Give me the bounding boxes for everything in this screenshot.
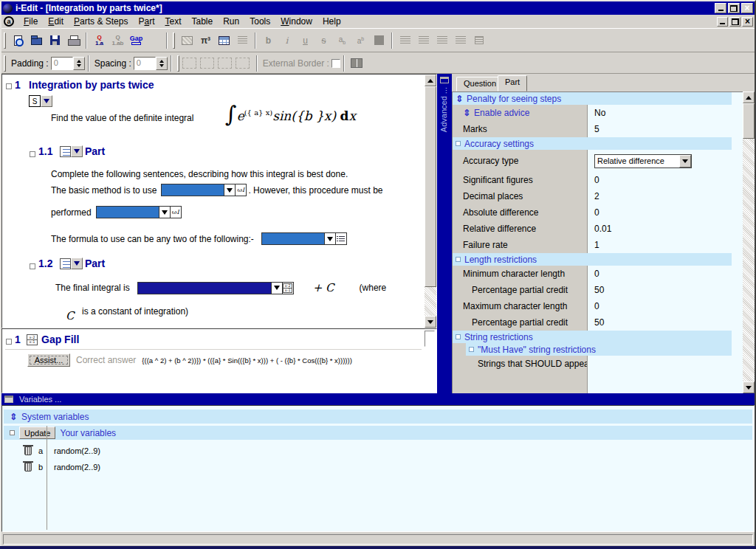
spacing-input[interactable]: 0 xyxy=(134,57,156,70)
mdi-close-button[interactable]: × xyxy=(742,17,753,27)
toolbar-grip[interactable] xyxy=(4,32,6,49)
prop-value-cell[interactable]: 0 xyxy=(588,266,732,282)
menu-item-edit[interactable]: Edit xyxy=(43,15,69,28)
spacing-stepper[interactable] xyxy=(156,57,168,70)
question-type-button[interactable]: S xyxy=(29,95,41,107)
expression-icon[interactable]: x-2x-1 xyxy=(282,283,293,294)
scrollbar-track[interactable] xyxy=(425,287,436,316)
scroll-down-button[interactable] xyxy=(425,316,436,328)
variable-row[interactable]: brandom(2..9) xyxy=(2,459,754,475)
document-icon[interactable]: a xyxy=(4,16,14,27)
prop-section-header[interactable]: Length restrictions xyxy=(453,253,732,266)
insert-equation-button[interactable]: π³ xyxy=(196,31,215,49)
trash-icon[interactable] xyxy=(24,446,32,455)
prop-value-cell[interactable]: 2 xyxy=(588,188,732,204)
variable-row[interactable]: arandom(2..9) xyxy=(2,443,754,459)
prop-value-cell[interactable]: 0 xyxy=(588,172,732,188)
mdi-restore-button[interactable] xyxy=(729,17,740,27)
menu-item-run[interactable]: Run xyxy=(218,15,244,28)
padding-input[interactable]: 0 xyxy=(51,57,73,70)
gap-button[interactable]: Gap xyxy=(127,31,145,49)
menu-item-parts-steps[interactable]: Parts & Steps xyxy=(69,15,133,28)
prop-row[interactable]: ⇕Enable adviceNo xyxy=(453,105,732,121)
menu-item-help[interactable]: Help xyxy=(317,15,346,28)
border-preset-button-3[interactable] xyxy=(218,58,232,69)
chevron-down-icon[interactable] xyxy=(679,155,691,168)
editor-scrollbar[interactable] xyxy=(425,75,436,328)
padding-stepper[interactable] xyxy=(73,57,85,70)
text-color-button[interactable] xyxy=(370,31,388,49)
variable-definition[interactable]: random(2..9) xyxy=(54,446,100,455)
list-options-icon[interactable] xyxy=(335,233,346,244)
prop-row[interactable]: Absolute difference0 xyxy=(453,204,732,221)
italic-button[interactable]: i xyxy=(278,31,296,49)
prop-row[interactable]: Minimum character length0 xyxy=(453,266,732,282)
collapse-box[interactable] xyxy=(6,83,12,89)
part-type-icon[interactable] xyxy=(60,258,71,269)
scrollbar-thumb[interactable] xyxy=(743,103,755,139)
toolbar-grip[interactable] xyxy=(177,55,179,72)
toolbar-grip[interactable] xyxy=(173,32,175,49)
print-button[interactable] xyxy=(64,31,83,49)
superscript-button[interactable]: ab xyxy=(351,31,370,49)
your-variables-header[interactable]: Update Your variables xyxy=(4,426,752,440)
gap-dropdown-formula[interactable] xyxy=(261,232,347,245)
bold-button[interactable]: b xyxy=(259,31,278,49)
tab-question[interactable]: Question xyxy=(456,77,504,92)
insert-table-button[interactable] xyxy=(215,31,233,49)
prop-value-cell[interactable] xyxy=(588,356,732,372)
tab-part[interactable]: Part xyxy=(498,75,527,92)
collapse-box[interactable] xyxy=(10,430,15,435)
menu-item-window[interactable]: Window xyxy=(275,15,317,28)
prop-value-cell[interactable]: No xyxy=(588,105,732,121)
menu-item-tools[interactable]: Tools xyxy=(244,15,275,28)
prop-section-header[interactable]: ⇕Penalty for seeing steps xyxy=(453,92,732,105)
gap-dropdown-arrow[interactable] xyxy=(224,184,235,196)
border-preset-button-4[interactable] xyxy=(236,58,250,69)
advanced-panel-tab[interactable]: Advanced ... xyxy=(437,74,452,393)
prop-section-header[interactable]: "Must Have" string restrictions xyxy=(453,343,732,356)
gap-dropdown-arrow[interactable] xyxy=(159,207,170,218)
variables-title-bar[interactable]: Variables ... xyxy=(1,393,755,405)
strikethrough-button[interactable]: s xyxy=(315,31,333,49)
accuracy-type-dropdown[interactable]: Relative difference xyxy=(594,154,692,168)
expand-collapse-icon[interactable]: ⇕ xyxy=(10,412,17,421)
gap-dropdown-arrow[interactable] xyxy=(271,283,282,294)
minimize-button[interactable] xyxy=(715,3,726,13)
mdi-minimize-button[interactable] xyxy=(717,17,728,27)
border-preset-button-2[interactable] xyxy=(200,58,214,69)
menu-item-text[interactable]: Text xyxy=(160,15,187,28)
trash-icon[interactable] xyxy=(24,463,32,472)
part-type-dropdown[interactable] xyxy=(71,258,83,269)
scroll-down-button[interactable] xyxy=(743,381,755,393)
prop-row[interactable]: Failure rate1 xyxy=(453,237,732,253)
prop-value-cell[interactable]: 50 xyxy=(588,282,732,298)
prop-row[interactable]: Percentage partial credit50 xyxy=(453,282,732,298)
prop-value-cell[interactable]: 0 xyxy=(588,204,732,221)
align-center-button[interactable] xyxy=(414,31,433,49)
gap-dropdown-final-integral[interactable]: x-2x-1 xyxy=(137,282,294,294)
external-border-checkbox[interactable] xyxy=(331,59,340,68)
toolbar-grip[interactable] xyxy=(4,55,6,72)
prop-row[interactable]: Marks5 xyxy=(453,121,732,137)
prop-row[interactable]: Significant figures0 xyxy=(453,172,732,188)
prop-value-cell[interactable]: 0.01 xyxy=(588,221,732,237)
part-type-icon[interactable] xyxy=(60,146,71,157)
scrollbar-thumb[interactable] xyxy=(425,86,436,287)
collapse-box[interactable] xyxy=(456,334,461,339)
align-right-button[interactable] xyxy=(433,31,451,49)
prop-section-header[interactable]: String restrictions xyxy=(453,331,732,343)
gap-dropdown-method[interactable]: ωI xyxy=(161,184,247,196)
expand-collapse-icon[interactable]: ⇕ xyxy=(456,94,463,103)
menu-item-file[interactable]: File xyxy=(18,15,43,28)
open-button[interactable] xyxy=(27,31,46,49)
scroll-up-button[interactable] xyxy=(425,75,436,86)
word-input-icon[interactable]: ωI xyxy=(235,184,246,196)
question-numbering-button[interactable]: Q 1.a xyxy=(90,31,109,49)
gap-dropdown-performed[interactable]: ωI xyxy=(96,206,182,218)
close-button[interactable]: × xyxy=(741,3,753,13)
question-editor[interactable]: 1 Integration by parts twice S Find the … xyxy=(1,74,437,328)
prop-row[interactable]: Accuracy typeRelative difference xyxy=(453,150,732,172)
collapse-box[interactable] xyxy=(469,347,474,352)
prop-row[interactable]: Decimal places2 xyxy=(453,188,732,204)
